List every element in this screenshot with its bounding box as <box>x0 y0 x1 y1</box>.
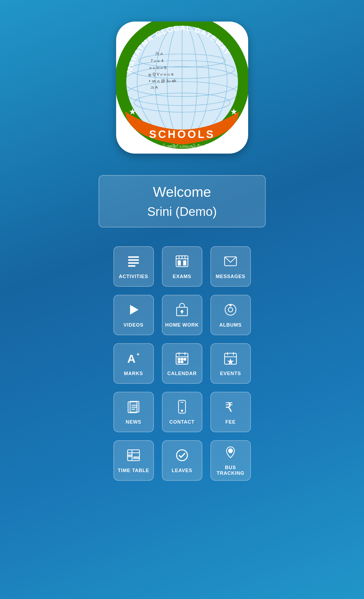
menu-btn-news[interactable]: NEWS <box>113 392 154 432</box>
svg-rect-32 <box>178 261 181 263</box>
svg-rect-54 <box>181 361 183 363</box>
svg-rect-51 <box>181 358 183 360</box>
svg-point-39 <box>181 310 183 312</box>
svg-marker-37 <box>130 305 138 315</box>
svg-text:₹: ₹ <box>225 400 233 414</box>
menu-btn-leaves[interactable]: LEAVES <box>162 440 202 481</box>
menu-btn-messages[interactable]: MESSAGES <box>210 246 251 287</box>
svg-text:7  ம  க  4: 7 ம க 4 <box>151 58 163 63</box>
menu-btn-activities[interactable]: ACTIVITIES <box>113 246 154 287</box>
marks-label: MARKS <box>124 371 143 376</box>
menu-btn-albums[interactable]: ALBUMS <box>210 295 251 335</box>
videos-label: VIDEOS <box>123 322 143 328</box>
events-label: EVENTS <box>220 371 241 376</box>
albums-icon <box>223 302 238 320</box>
svg-text:★: ★ <box>129 107 136 116</box>
albums-label: ALBUMS <box>219 322 242 328</box>
menu-btn-calendar[interactable]: CALENDAR <box>162 343 202 384</box>
svg-marker-59 <box>227 358 234 365</box>
menu-btn-marks[interactable]: A+ MARKS <box>113 343 154 384</box>
events-icon <box>223 351 238 368</box>
activities-label: ACTIVITIES <box>119 274 148 279</box>
svg-text:+: + <box>137 351 140 357</box>
fee-label: FEE <box>225 419 235 425</box>
svg-rect-53 <box>178 361 180 363</box>
bustracking-label: BUS TRACKING <box>211 465 250 476</box>
contact-icon <box>175 399 189 417</box>
marks-icon: A+ <box>126 351 141 368</box>
messages-icon <box>223 254 238 271</box>
svg-rect-23 <box>128 256 139 258</box>
svg-text:ஓ  Q  V  ம  க  ம  a: ஓ Q V ம க ம a <box>148 72 174 77</box>
news-label: NEWS <box>126 419 141 425</box>
contact-label: CONTACT <box>169 419 195 425</box>
fee-icon: ₹ <box>223 399 238 417</box>
svg-rect-52 <box>184 358 186 360</box>
menu-btn-homework[interactable]: HOME WORK <box>162 295 202 335</box>
messages-label: MESSAGES <box>216 274 245 279</box>
menu-btn-contact[interactable]: CONTACT <box>162 392 202 432</box>
svg-rect-72 <box>128 455 132 456</box>
leaves-icon <box>175 448 189 465</box>
bustracking-icon <box>223 445 238 462</box>
svg-point-66 <box>181 410 183 411</box>
menu-btn-videos[interactable]: VIDEOS <box>113 295 154 335</box>
menu-btn-exams[interactable]: EXAMS <box>162 246 202 287</box>
menu-btn-events[interactable]: EVENTS <box>210 343 251 384</box>
svg-text:A: A <box>127 352 136 365</box>
svg-point-42 <box>228 307 233 312</box>
svg-text:அ  ஃ: அ ஃ <box>155 51 163 56</box>
welcome-name: Srini (Demo) <box>110 204 254 219</box>
svg-rect-25 <box>128 262 139 264</box>
menu-btn-fee[interactable]: ₹ FEE <box>210 392 251 432</box>
calendar-icon <box>175 351 189 368</box>
svg-rect-61 <box>130 401 139 412</box>
svg-point-74 <box>176 450 187 460</box>
svg-text:+  ஊ  க  @  3ம ah: + ஊ க @ 3ம ah <box>148 79 176 83</box>
school-logo: SCHOOLS MAHATMA GLOBAL GATEWAY யாதும் ஊர… <box>116 22 248 154</box>
svg-rect-50 <box>178 358 180 360</box>
svg-rect-35 <box>183 264 186 265</box>
exams-icon <box>175 254 189 271</box>
welcome-box: Welcome Srini (Demo) <box>99 175 266 227</box>
activities-icon <box>126 254 141 271</box>
calendar-label: CALENDAR <box>167 371 197 376</box>
welcome-title: Welcome <box>110 184 254 200</box>
svg-text:SCHOOLS: SCHOOLS <box>149 128 215 140</box>
svg-rect-24 <box>128 259 139 261</box>
menu-btn-bustracking[interactable]: BUS TRACKING <box>210 440 251 481</box>
homework-label: HOME WORK <box>165 322 199 328</box>
svg-rect-34 <box>178 264 181 265</box>
leaves-label: LEAVES <box>172 468 192 473</box>
svg-text:அ  A: அ A <box>151 85 158 89</box>
svg-rect-33 <box>183 261 186 263</box>
news-icon <box>126 399 141 417</box>
timetable-icon <box>126 448 141 465</box>
svg-rect-73 <box>134 457 140 459</box>
homework-icon <box>175 302 189 320</box>
menu-grid: ACTIVITIES EXAMS MESSAGES VIDEOS HOME WO… <box>113 246 251 481</box>
exams-label: EXAMS <box>173 274 191 279</box>
menu-btn-timetable[interactable]: TIME TABLE <box>113 440 154 481</box>
videos-icon <box>126 302 141 320</box>
timetable-label: TIME TABLE <box>118 468 149 473</box>
svg-point-75 <box>228 449 233 453</box>
svg-rect-26 <box>128 265 136 267</box>
svg-text:யாதும் ஊரே! யாவரும் கேளீர்!!: யாதும் ஊரே! யாவரும் கேளீர்!! <box>153 143 212 149</box>
svg-text:க  உ  அ  ம  S: க உ அ ம S <box>149 65 167 70</box>
svg-text:★: ★ <box>230 107 238 116</box>
svg-point-43 <box>230 304 231 306</box>
